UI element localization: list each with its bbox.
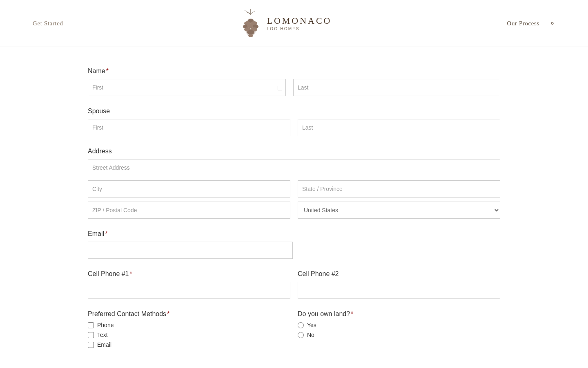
spouse-last-input[interactable] (298, 119, 500, 136)
spouse-first-input[interactable] (88, 119, 290, 136)
name-required-star: * (106, 67, 109, 74)
name-first-input[interactable] (88, 79, 286, 96)
nav-get-started[interactable]: Get Started (33, 20, 63, 27)
logo-text: LOMONACO (267, 16, 332, 26)
address-state-input[interactable] (298, 180, 500, 197)
preferred-contact-label: Preferred Contact Methods (88, 310, 166, 317)
email-label: Email (88, 230, 104, 237)
svg-line-2 (251, 11, 255, 14)
address-city-input[interactable] (88, 180, 290, 197)
name-field-icon: ◫ (277, 84, 283, 91)
checkbox-phone-label[interactable]: Phone (88, 322, 290, 328)
preferred-contact-required-star: * (167, 310, 169, 317)
checkbox-text-text: Text (97, 332, 108, 338)
svg-point-13 (247, 30, 254, 35)
logo: LOMONACO LOG HOMES (238, 7, 332, 40)
radio-no[interactable] (298, 332, 304, 338)
phone1-required-star: * (130, 270, 132, 277)
checkbox-text-label[interactable]: Text (88, 332, 290, 338)
email-required-star: * (105, 230, 107, 237)
checkbox-email-text: Email (97, 341, 111, 348)
logo-subtext: LOG HOMES (267, 27, 332, 31)
own-land-label: Do you own land? (298, 310, 350, 317)
radio-no-label[interactable]: No (298, 332, 500, 338)
checkbox-phone-text: Phone (97, 322, 114, 328)
nav-our-process[interactable]: Our Process (507, 20, 539, 27)
name-last-input[interactable] (293, 79, 500, 96)
email-input[interactable] (88, 242, 293, 259)
address-street-input[interactable] (88, 159, 500, 176)
radio-no-text: No (307, 332, 314, 338)
radio-yes-text: Yes (307, 322, 316, 328)
checkbox-email-label[interactable]: Email (88, 341, 290, 348)
svg-line-1 (247, 12, 251, 14)
address-zip-input[interactable] (88, 202, 290, 219)
spouse-label: Spouse (88, 108, 110, 114)
search-icon[interactable]: ⚬ (549, 19, 555, 28)
phone2-input[interactable] (298, 282, 500, 299)
phone2-label: Cell Phone #2 (298, 270, 339, 277)
phone1-label: Cell Phone #1 (88, 270, 129, 277)
logo-pinecone-icon (238, 7, 263, 40)
phone1-input[interactable] (88, 282, 290, 299)
svg-line-3 (245, 10, 250, 13)
address-country-select[interactable]: United States Canada Other (298, 202, 500, 219)
radio-yes[interactable] (298, 322, 304, 328)
address-label: Address (88, 148, 112, 155)
checkbox-text[interactable] (88, 332, 94, 338)
checkbox-email[interactable] (88, 342, 94, 348)
name-label: Name (88, 67, 105, 74)
svg-point-14 (248, 34, 253, 37)
own-land-required-star: * (351, 310, 353, 317)
radio-yes-label[interactable]: Yes (298, 322, 500, 328)
checkbox-phone[interactable] (88, 322, 94, 328)
